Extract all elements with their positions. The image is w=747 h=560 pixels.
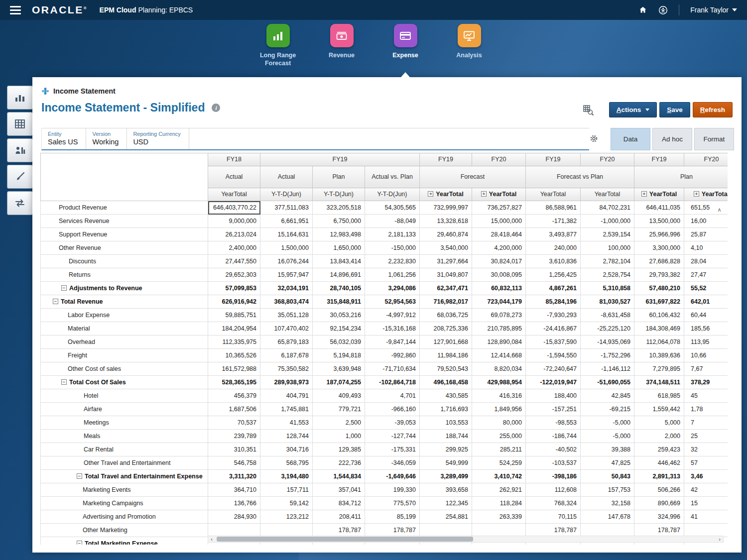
grid-cell[interactable]: 568,795 <box>260 456 313 470</box>
grid-cell[interactable]: 1,745,881 <box>260 403 313 416</box>
grid-cell[interactable]: 178,787 <box>526 524 581 537</box>
grid-cell[interactable]: 7,67 <box>684 362 728 376</box>
grid-cell[interactable]: 3,610,836 <box>526 255 581 268</box>
grid-cell[interactable]: 834,712 <box>313 497 365 510</box>
grid-cell[interactable]: 11,984,186 <box>420 349 472 362</box>
year-column-header[interactable]: FY19 <box>526 153 581 166</box>
grid-cell[interactable]: 15,164,631 <box>260 228 313 241</box>
grid-cell[interactable]: 5,194,818 <box>313 349 365 362</box>
expand-icon[interactable]: + <box>428 191 433 197</box>
grid-cell[interactable]: 65,879,183 <box>260 336 313 349</box>
grid-cell[interactable]: 75,350,582 <box>260 362 313 376</box>
grid-cell[interactable]: 128,890,084 <box>472 336 526 349</box>
grid-cell[interactable]: 1,650,000 <box>313 241 365 255</box>
grid-cell[interactable]: 2,500 <box>313 416 365 430</box>
grid-cell[interactable]: 188,744 <box>420 430 472 443</box>
adhoc-swap-button[interactable] <box>7 191 33 215</box>
grid-cell[interactable]: 1,849,956 <box>472 403 526 416</box>
row-header[interactable]: Product Revenue <box>41 201 208 215</box>
grid-cell[interactable]: 57 <box>684 456 728 470</box>
grid-cell[interactable]: 70,115 <box>526 510 581 524</box>
grid-cell[interactable]: 100,000 <box>581 241 634 255</box>
grid-cell[interactable]: 299,925 <box>420 443 472 456</box>
nav-item-expense[interactable]: Expense <box>376 21 435 77</box>
scroll-up-button[interactable]: ∧ <box>715 206 724 214</box>
grid-cell[interactable]: 208,725,336 <box>420 322 472 336</box>
grid-cell[interactable]: 404,791 <box>260 389 313 403</box>
grid-cell[interactable]: 2,181,133 <box>365 228 420 241</box>
grid-cell[interactable]: 626,916,942 <box>208 295 260 309</box>
grid-cell[interactable]: 184,308,469 <box>634 322 684 336</box>
grid-cell[interactable]: 60,106,432 <box>634 309 684 322</box>
grid-cell[interactable]: 456,379 <box>208 389 260 403</box>
grid-cell[interactable]: 7,279,895 <box>634 362 684 376</box>
grid-cell[interactable]: 107,470,402 <box>260 322 313 336</box>
grid-cell[interactable]: -186,744 <box>526 430 581 443</box>
grid-cell[interactable]: 3,194,480 <box>260 470 313 483</box>
user-menu[interactable]: Frank Taylor <box>690 6 737 14</box>
period-column-header[interactable]: YearTotal <box>526 188 581 201</box>
grid-cell[interactable]: 57,480,210 <box>634 282 684 295</box>
grid-cell[interactable]: 25,87 <box>684 228 728 241</box>
reports-button[interactable] <box>7 138 33 162</box>
scroll-right-button[interactable]: › <box>716 536 723 542</box>
row-header[interactable]: Marketing Events <box>41 483 208 497</box>
grid-cell[interactable]: 416,316 <box>472 389 526 403</box>
row-header[interactable]: Services Revenue <box>41 215 208 228</box>
grid-cell[interactable]: 16,00 <box>684 215 728 228</box>
grid-cell[interactable]: 29,652,303 <box>208 268 260 282</box>
grid-cell[interactable]: 496,168,458 <box>420 376 472 389</box>
grid-cell[interactable]: 239,789 <box>208 430 260 443</box>
grid-cell[interactable]: -1,649,646 <box>365 470 420 483</box>
grid-cell[interactable]: 70,537 <box>208 416 260 430</box>
nav-item-revenue[interactable]: Revenue <box>312 21 371 77</box>
grid-cell[interactable]: 128,744 <box>260 430 313 443</box>
grid-cell[interactable]: 122,345 <box>420 497 472 510</box>
scroll-left-button[interactable]: ‹ <box>208 536 215 542</box>
grid-cell[interactable]: 178,787 <box>365 524 420 537</box>
grid-cell[interactable]: 92,154,234 <box>313 322 365 336</box>
grid-cell[interactable]: -25,225,120 <box>581 322 634 336</box>
member-selector-icon[interactable] <box>582 104 594 116</box>
grid-cell[interactable]: 618,985 <box>634 389 684 403</box>
grid-cell[interactable]: 129,385 <box>313 443 365 456</box>
grid-cell[interactable]: 646,411,035 <box>634 201 684 215</box>
grid-cell[interactable]: 409,493 <box>313 389 365 403</box>
grid-cell[interactable]: 112,335,975 <box>208 336 260 349</box>
grid-cell[interactable]: 188,400 <box>526 389 581 403</box>
grid-cell[interactable]: 59,142 <box>260 497 313 510</box>
grid-cell[interactable]: 30,008,095 <box>472 268 526 282</box>
grid-cell[interactable]: 47,825 <box>581 456 634 470</box>
grid-cell[interactable]: 35,051,128 <box>260 309 313 322</box>
grid-cell[interactable]: 775,570 <box>365 497 420 510</box>
grid-cell[interactable]: 393,658 <box>420 483 472 497</box>
grid-cell[interactable]: -14,935,069 <box>581 336 634 349</box>
grid-cell[interactable]: 368,803,474 <box>260 295 313 309</box>
grid-cell[interactable]: 41,553 <box>260 416 313 430</box>
grid-cell[interactable]: 8,820,034 <box>472 362 526 376</box>
grid-cell[interactable]: 315,848,911 <box>313 295 365 309</box>
row-header[interactable]: Meetings <box>41 416 208 430</box>
grid-cell[interactable]: -103,537 <box>526 456 581 470</box>
grid-cell[interactable]: 45 <box>684 389 728 403</box>
horizontal-scrollbar[interactable]: ‹ › <box>208 536 724 543</box>
grid-cell[interactable]: 32,158 <box>581 497 634 510</box>
grid-cell[interactable]: 103,553 <box>420 416 472 430</box>
collapse-icon[interactable]: − <box>53 299 58 304</box>
row-header[interactable]: Labor Expense <box>41 309 208 322</box>
grid-cell[interactable]: 429,988,954 <box>472 376 526 389</box>
grid-cell[interactable]: 157,753 <box>581 483 634 497</box>
row-header[interactable]: −Total Cost Of Sales <box>41 376 208 389</box>
grid-cell[interactable]: 10,365,526 <box>208 349 260 362</box>
grid-cell[interactable]: 1,500,000 <box>260 241 313 255</box>
row-header[interactable]: Other Travel and Entertainment <box>41 456 208 470</box>
grid-cell[interactable]: 310,351 <box>208 443 260 456</box>
row-header[interactable]: −Total Travel and Entertainment Expense <box>41 470 208 483</box>
grid-cell[interactable]: -1,000,000 <box>581 215 634 228</box>
grid-cell[interactable]: -175,331 <box>365 443 420 456</box>
grid-cell[interactable]: 185,56 <box>684 322 728 336</box>
grid-cell[interactable]: 5,000 <box>634 416 684 430</box>
grid-cell[interactable]: 208,411 <box>313 510 365 524</box>
grid-cell[interactable]: 52,954,563 <box>365 295 420 309</box>
grid-cell[interactable]: 25,966,996 <box>634 228 684 241</box>
